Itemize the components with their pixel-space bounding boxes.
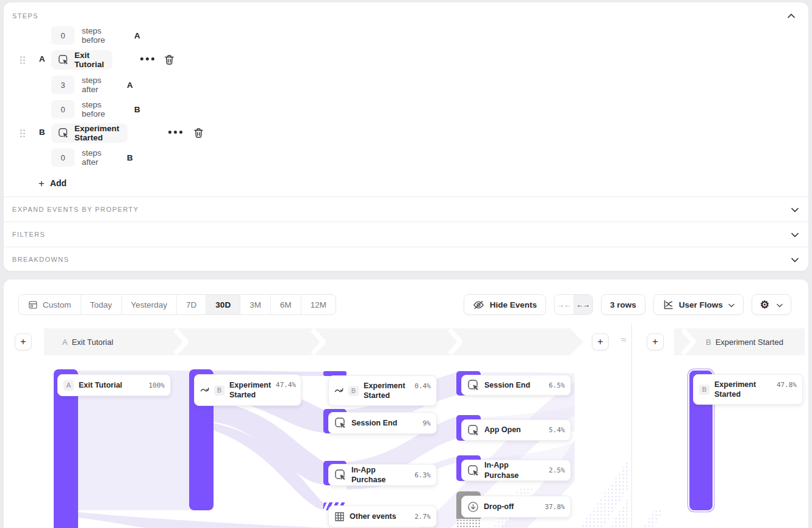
node-name: In-App Purchase [351, 465, 410, 485]
more-options-icon[interactable] [168, 131, 182, 134]
event-click-icon [58, 54, 69, 65]
node-name: Experiment Started [714, 380, 764, 400]
query-builder-panel: STEPS 0 steps before A A Exit Tutorial 3… [4, 2, 808, 271]
event-click-icon [467, 379, 480, 391]
event-click-icon [58, 128, 69, 139]
event-name: Experiment Started [74, 124, 120, 142]
node-percent: 47.4% [276, 381, 296, 389]
step-badge: B [348, 386, 359, 396]
chevron-up-icon[interactable] [785, 10, 797, 22]
add-label: Add [50, 178, 66, 188]
event-picker-experiment-started[interactable]: Experiment Started [51, 123, 128, 143]
node-name: Session End [351, 418, 397, 428]
node-percent: 6.5% [549, 382, 566, 389]
node-percent: 2.5% [549, 466, 566, 474]
flow-node-experiment-started-final[interactable]: B Experiment Started 47.8% [693, 374, 803, 405]
drop-off-arrow-icon [467, 501, 479, 513]
step-badge: B [214, 385, 225, 396]
steps-before-a-count[interactable]: 0 [51, 26, 74, 45]
event-click-icon [467, 465, 480, 477]
node-percent: 5.4% [549, 426, 566, 434]
node-percent: 47.8% [777, 381, 797, 389]
drag-handle-icon[interactable] [20, 129, 25, 138]
chevron-down-icon[interactable] [791, 204, 799, 215]
flow-node-in-app-purchase-col4[interactable]: In-App Purchase 2.5% [461, 460, 571, 481]
section-label: FILTERS [12, 231, 45, 238]
section-expand-events-by-property[interactable]: EXPAND EVENTS BY PROPERTY [4, 197, 808, 222]
steps-title: STEPS [12, 12, 38, 20]
flow-node-experiment-started-small[interactable]: B Experiment Started 0.4% [328, 375, 437, 406]
repeat-arrow-icon [334, 388, 343, 394]
node-name: Other events [350, 512, 396, 521]
repeat-arrow-icon [200, 387, 209, 393]
trash-icon[interactable] [193, 128, 204, 141]
flow-node-drop-off[interactable]: Drop-off 37.8% [461, 496, 571, 518]
node-percent: 37.8% [545, 503, 565, 511]
node-name: Experiment Started [229, 380, 271, 400]
steps-before-b-count[interactable]: 0 [51, 100, 74, 118]
node-percent: 2.7% [415, 513, 431, 521]
gap-ref: B [134, 105, 140, 114]
steps-after-a-count[interactable]: 3 [51, 76, 74, 94]
step-letter: A [39, 54, 45, 63]
event-click-icon [467, 424, 480, 436]
node-percent: 9% [423, 419, 431, 427]
event-name: Exit Tutorial [74, 51, 104, 69]
step-letter: B [39, 128, 45, 137]
section-label: EXPAND EVENTS BY PROPERTY [12, 206, 138, 213]
gap-label: steps after [82, 76, 101, 94]
flow-node-other-events[interactable]: Other events 2.7% [328, 505, 437, 527]
node-percent: 100% [149, 382, 165, 389]
flow-node-in-app-purchase-col3[interactable]: In-App Purchase 6.3% [328, 464, 437, 486]
trash-icon[interactable] [164, 54, 174, 68]
event-click-icon [334, 417, 347, 429]
node-name: App Open [484, 425, 521, 435]
chevron-down-icon[interactable] [791, 254, 799, 265]
drag-handle-icon[interactable] [20, 56, 25, 65]
gap-label: steps after [82, 148, 101, 167]
add-step-button[interactable]: + Add [38, 176, 66, 190]
node-percent: 6.3% [415, 471, 431, 479]
section-breakdowns[interactable]: BREAKDOWNS [4, 247, 808, 272]
event-click-icon [334, 469, 347, 481]
gap-label: steps before [82, 100, 105, 118]
node-name: Exit Tutorial [79, 380, 122, 390]
node-name: Experiment Started [364, 381, 409, 401]
node-name: Drop-off [484, 502, 514, 512]
node-name: Session End [484, 380, 530, 390]
plus-icon: + [38, 178, 45, 189]
flow-node-exit-tutorial[interactable]: A Exit Tutorial 100% [57, 374, 171, 396]
section-label: BREAKDOWNS [12, 256, 69, 263]
gap-ref: B [127, 153, 133, 162]
steps-section-header[interactable]: STEPS [12, 9, 799, 23]
event-picker-exit-tutorial[interactable]: Exit Tutorial [51, 50, 112, 70]
flow-node-session-end-col4[interactable]: Session End 6.5% [461, 375, 571, 396]
gap-label: steps before [82, 26, 105, 45]
chevron-down-icon[interactable] [791, 229, 799, 240]
section-filters[interactable]: FILTERS [4, 222, 808, 247]
more-options-icon[interactable] [140, 57, 154, 60]
steps-after-b-count[interactable]: 0 [51, 148, 74, 167]
drop-off-dots-texture [456, 519, 481, 528]
flow-node-session-end-col3[interactable]: Session End 9% [328, 412, 437, 434]
gap-ref: A [134, 31, 140, 40]
flows-report-panel: Custom Today Yesterday 7D 30D 3M 6M 12M … [4, 280, 808, 528]
grid-icon [334, 512, 345, 522]
flow-node-app-open[interactable]: App Open 5.4% [461, 419, 571, 441]
gap-ref: A [127, 81, 133, 90]
flow-node-experiment-started-step1[interactable]: B Experiment Started 47.4% [194, 374, 301, 406]
step-badge: B [699, 385, 710, 395]
node-percent: 0.4% [415, 382, 431, 390]
step-badge: A [63, 380, 74, 391]
node-name: In-App Purchase [484, 460, 544, 480]
